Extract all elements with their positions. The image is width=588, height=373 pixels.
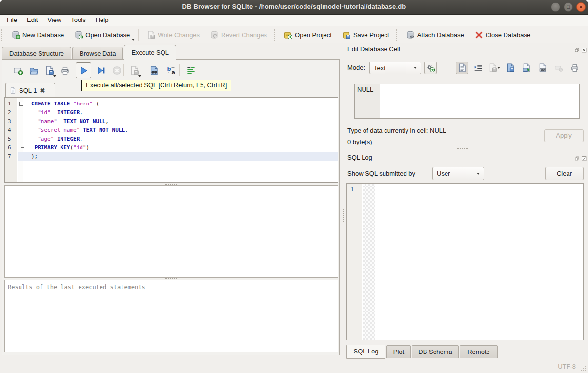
tab-database-structure[interactable]: Database Structure: [2, 47, 71, 60]
dock-splitter[interactable]: [342, 147, 584, 150]
editor-fold-margin[interactable]: [18, 98, 23, 182]
fold-tree-end: [21, 144, 24, 148]
stop-execution-button[interactable]: [109, 62, 124, 78]
print-icon: [61, 66, 70, 75]
close-database-button[interactable]: Close Database: [469, 27, 536, 42]
print-cell-button[interactable]: [568, 62, 581, 74]
log-filter-label: Show SQL submitted by: [347, 170, 415, 177]
find-button[interactable]: [146, 62, 162, 78]
save-as-icon: [506, 63, 515, 72]
clear-log-button[interactable]: Clear: [545, 167, 584, 180]
svg-text:a: a: [171, 69, 175, 75]
line-number: 5: [5, 135, 15, 144]
save-results-button[interactable]: [126, 62, 142, 78]
cell-type-info: Type of data currently in cell: NULL: [347, 127, 446, 134]
save-results-icon: [130, 66, 139, 75]
minimize-window-button[interactable]: −: [551, 2, 560, 12]
line-number: 4: [5, 126, 15, 135]
open-sql-file-button[interactable]: [26, 62, 41, 78]
save-sql-file-button[interactable]: [41, 62, 57, 78]
print-sql-button[interactable]: [57, 62, 73, 78]
execute-all-button[interactable]: [76, 62, 91, 78]
import-data-button[interactable]: [488, 62, 501, 74]
save-project-button[interactable]: Save Project: [337, 27, 395, 42]
menu-edit[interactable]: Edit: [22, 15, 42, 26]
close-dock-button[interactable]: [582, 155, 587, 164]
export-data-button[interactable]: [520, 62, 533, 74]
menu-view[interactable]: View: [42, 15, 66, 26]
bottom-tab-remote[interactable]: Remote: [460, 345, 498, 358]
save-as-button[interactable]: [504, 62, 517, 74]
sql-editor[interactable]: 1234567 CREATE TABLE "hero" ( "id" INTEG…: [4, 97, 338, 183]
window-resize-grip[interactable]: [580, 365, 587, 372]
log-line-number: 1: [347, 184, 362, 340]
chevron-down-icon[interactable]: [138, 75, 141, 77]
open-sql-file-icon: [29, 66, 39, 75]
copy-link-button[interactable]: [536, 62, 549, 74]
results-message-pane[interactable]: Results of the last executed statements: [4, 280, 338, 352]
log-filter-combobox[interactable]: User: [432, 167, 484, 180]
attach-database-button[interactable]: Attach Database: [401, 27, 469, 42]
new-database-button[interactable]: New Database: [6, 27, 69, 42]
encoding-status: UTF-8: [558, 363, 576, 370]
cell-null-value: NULL: [357, 86, 373, 93]
maximize-window-button[interactable]: □: [564, 2, 573, 12]
line-number: 2: [5, 108, 15, 117]
format-sql-button[interactable]: [183, 62, 199, 78]
close-sql-tab-icon[interactable]: ✖: [40, 87, 45, 94]
new-sql-tab-button[interactable]: [10, 62, 26, 78]
toolbar-label: Revert Changes: [221, 31, 267, 39]
apply-mode-button[interactable]: [424, 62, 437, 74]
chevron-down-icon[interactable]: [132, 39, 135, 41]
sql-editor-tab[interactable]: SQL 1 ✖: [5, 83, 55, 97]
bottom-tab-plot[interactable]: Plot: [386, 345, 411, 358]
code-line: "secret_name" TEXT NOT NULL,: [23, 126, 338, 135]
tab-browse-data[interactable]: Browse Data: [72, 47, 123, 60]
panel-splitter-handle[interactable]: [343, 209, 344, 222]
toolbar-label: Open Project: [295, 31, 332, 39]
chevron-down-icon[interactable]: [497, 67, 500, 69]
menu-file[interactable]: File: [2, 15, 22, 26]
revert-changes-icon: [210, 31, 219, 39]
svg-text:b: b: [167, 66, 171, 72]
link-icon: [538, 63, 547, 72]
results-grid-pane[interactable]: [4, 185, 338, 278]
auto-indent-button[interactable]: [472, 62, 485, 74]
apply-button[interactable]: Apply: [544, 129, 584, 142]
write-changes-button[interactable]: Write Changes: [142, 27, 205, 42]
database-open-icon: [75, 31, 83, 39]
execute-sql-panel: ba SQL 1 ✖ 1234567 CREATE TABLE "hero" (…: [2, 59, 340, 355]
text-document-icon: [458, 63, 466, 72]
float-dock-button[interactable]: [575, 46, 580, 55]
set-null-button[interactable]: [552, 62, 565, 74]
gear-apply-icon: [426, 63, 435, 72]
cell-value-editor[interactable]: NULL: [354, 84, 580, 119]
text-mode-button[interactable]: [456, 62, 468, 74]
open-database-button[interactable]: Open Database: [69, 27, 135, 42]
close-window-button[interactable]: ×: [576, 2, 586, 12]
toolbar-label: Save Project: [353, 31, 389, 39]
bottom-tab-db-schema[interactable]: DB Schema: [412, 345, 459, 358]
toolbar-separator: [142, 64, 142, 76]
execute-line-button[interactable]: [93, 62, 109, 78]
code-line: CREATE TABLE "hero" (: [23, 100, 338, 108]
chevron-down-icon[interactable]: [53, 75, 56, 77]
float-dock-button[interactable]: [575, 155, 580, 164]
toolbar-separator: [123, 64, 124, 76]
replace-button[interactable]: ba: [163, 62, 179, 78]
window-titlebar[interactable]: DB Browser for SQLite - /home/user/code/…: [0, 0, 588, 15]
tab-execute-sql[interactable]: Execute SQL: [124, 45, 176, 60]
line-number: 3: [5, 117, 15, 126]
mode-combobox[interactable]: Text: [369, 62, 421, 74]
close-dock-button[interactable]: [582, 46, 587, 55]
execute-tooltip: Execute all/selected SQL [Ctrl+Return, F…: [81, 80, 231, 91]
bottom-tab-sql-log[interactable]: SQL Log: [346, 345, 385, 359]
menu-tools[interactable]: Tools: [66, 15, 90, 26]
open-project-button[interactable]: Open Project: [279, 27, 337, 42]
sql-log-pane[interactable]: 1: [346, 183, 584, 340]
chevron-down-icon: [414, 67, 417, 69]
menu-help[interactable]: Help: [91, 15, 114, 26]
sql-log-dock-buttons: [575, 155, 587, 164]
revert-changes-button[interactable]: Revert Changes: [205, 27, 272, 42]
fold-collapse-icon[interactable]: [19, 102, 23, 106]
